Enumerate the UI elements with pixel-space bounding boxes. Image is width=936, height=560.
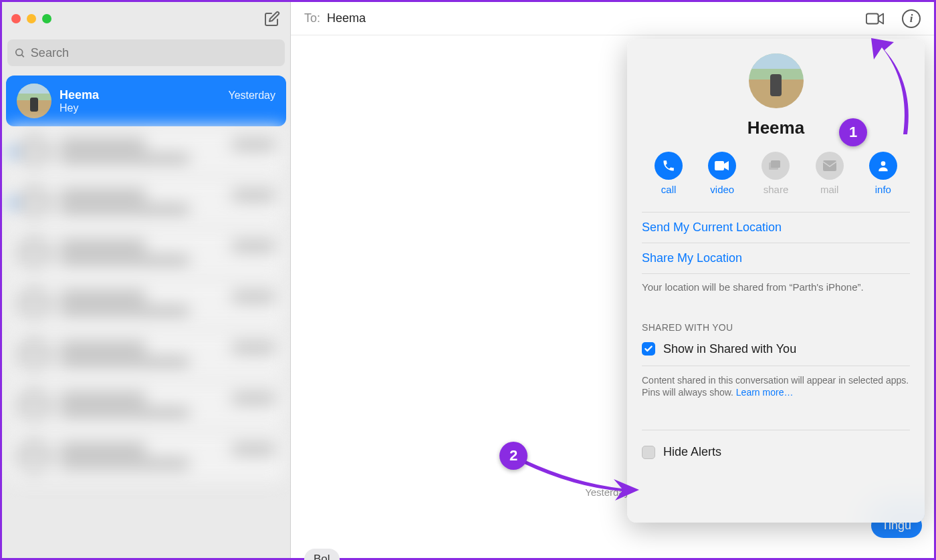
learn-more-link[interactable]: Learn more… bbox=[736, 387, 794, 398]
search-field[interactable] bbox=[7, 39, 285, 66]
svg-line-1 bbox=[22, 55, 24, 57]
unread-dot-icon bbox=[9, 148, 16, 156]
conversation-item[interactable] bbox=[6, 279, 286, 329]
info-button[interactable]: info bbox=[869, 152, 897, 195]
unread-dot-icon bbox=[9, 199, 16, 206]
conversation-name: Heema bbox=[60, 88, 99, 102]
annotation-arrow-1 bbox=[862, 35, 922, 138]
call-button[interactable]: call bbox=[655, 152, 683, 195]
annotation-badge-2: 2 bbox=[499, 442, 528, 470]
hide-alerts-row[interactable]: Hide Alerts bbox=[642, 430, 910, 459]
show-shared-checkbox[interactable] bbox=[642, 342, 655, 356]
location-hint: Your location will be shared from “Parth… bbox=[642, 274, 910, 294]
svg-point-7 bbox=[29, 397, 39, 406]
conversation-item-selected[interactable]: Heema Yesterday Hey bbox=[6, 76, 286, 126]
minimize-window-button[interactable] bbox=[27, 14, 36, 23]
to-label: To: bbox=[304, 11, 320, 25]
svg-rect-13 bbox=[823, 160, 836, 171]
share-button: share bbox=[762, 152, 790, 195]
mail-button: mail bbox=[816, 152, 844, 195]
video-button[interactable]: video bbox=[708, 152, 736, 195]
video-label: video bbox=[710, 184, 734, 195]
facetime-icon[interactable] bbox=[866, 9, 885, 28]
annotation-badge-1: 1 bbox=[839, 118, 867, 146]
compose-icon[interactable] bbox=[263, 10, 281, 27]
contact-actions: call video share mail info bbox=[642, 152, 910, 195]
share-screen-icon bbox=[762, 152, 790, 180]
titlebar bbox=[2, 2, 290, 35]
avatar bbox=[17, 439, 51, 474]
close-window-button[interactable] bbox=[11, 14, 21, 23]
svg-point-2 bbox=[29, 143, 39, 152]
search-input[interactable] bbox=[31, 46, 278, 60]
conversation-item[interactable] bbox=[6, 329, 286, 380]
conversation-time: Yesterday bbox=[228, 90, 275, 102]
svg-point-4 bbox=[29, 245, 39, 254]
avatar bbox=[17, 337, 51, 372]
annotation-arrow-2 bbox=[521, 456, 642, 506]
avatar bbox=[17, 287, 51, 321]
conversation-header: To: Heema i bbox=[291, 2, 934, 35]
info-icon[interactable]: i bbox=[902, 9, 921, 28]
incoming-message-bubble: Bol bbox=[304, 549, 340, 560]
messages-window: Heema Yesterday Hey To: Heema bbox=[0, 0, 936, 560]
mail-icon bbox=[816, 152, 844, 180]
sidebar: Heema Yesterday Hey bbox=[2, 2, 291, 558]
conversation-item[interactable] bbox=[6, 228, 286, 279]
svg-point-14 bbox=[881, 161, 886, 166]
avatar bbox=[17, 84, 51, 118]
conversation-item[interactable] bbox=[6, 177, 286, 228]
search-container bbox=[2, 35, 290, 73]
check-icon bbox=[644, 344, 653, 354]
hide-alerts-label: Hide Alerts bbox=[663, 445, 721, 459]
show-shared-row[interactable]: Show in Shared with You bbox=[642, 342, 910, 356]
share-location-link[interactable]: Share My Location bbox=[642, 243, 910, 274]
conversation-list[interactable]: Heema Yesterday Hey bbox=[2, 73, 290, 558]
svg-rect-12 bbox=[769, 162, 778, 170]
svg-point-6 bbox=[29, 346, 39, 356]
shared-description: Content shared in this conversation will… bbox=[642, 366, 910, 400]
avatar bbox=[17, 388, 51, 423]
conversation-item[interactable] bbox=[6, 431, 286, 482]
svg-point-3 bbox=[29, 194, 39, 203]
contact-avatar[interactable] bbox=[749, 53, 804, 108]
recipient-name: Heema bbox=[327, 11, 366, 25]
maximize-window-button[interactable] bbox=[42, 14, 51, 23]
avatar bbox=[17, 236, 51, 271]
show-shared-label: Show in Shared with You bbox=[663, 342, 796, 356]
svg-rect-10 bbox=[715, 161, 724, 170]
send-location-link[interactable]: Send My Current Location bbox=[642, 212, 910, 243]
call-label: call bbox=[661, 184, 677, 195]
svg-rect-9 bbox=[866, 13, 879, 23]
video-icon bbox=[708, 152, 736, 180]
conversation-preview: Hey bbox=[60, 102, 275, 114]
person-info-icon bbox=[869, 152, 897, 180]
info-label: info bbox=[875, 184, 891, 195]
phone-icon bbox=[655, 152, 683, 180]
window-controls bbox=[11, 14, 51, 23]
svg-point-8 bbox=[29, 448, 39, 457]
shared-section-header: SHARED WITH YOU bbox=[642, 322, 910, 333]
svg-point-0 bbox=[16, 49, 23, 55]
avatar bbox=[17, 134, 51, 169]
hide-alerts-checkbox[interactable] bbox=[642, 446, 655, 459]
svg-point-5 bbox=[29, 295, 39, 305]
conversation-item[interactable] bbox=[6, 126, 286, 177]
mail-label: mail bbox=[820, 184, 839, 195]
conversation-item[interactable] bbox=[6, 380, 286, 431]
share-label: share bbox=[764, 184, 789, 195]
avatar bbox=[17, 185, 51, 220]
conversation-pane: To: Heema i Yesterday, 9 Tingu Bol Heema bbox=[291, 2, 934, 558]
